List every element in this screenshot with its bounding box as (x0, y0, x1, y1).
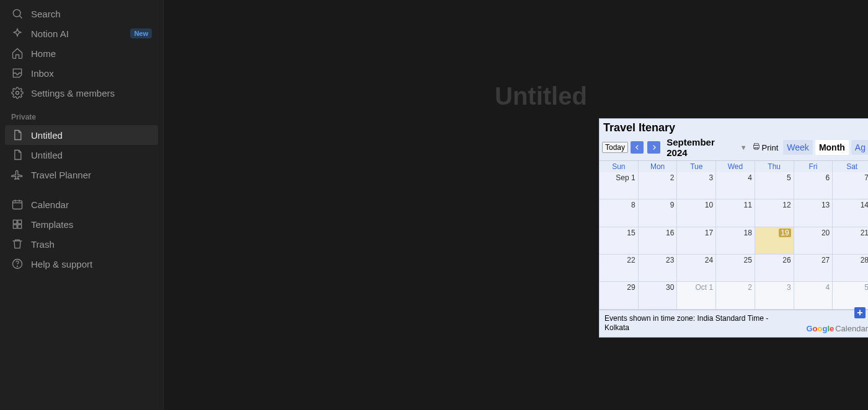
page-icon (11, 149, 24, 161)
day-number: 25 (743, 256, 751, 264)
svg-rect-13 (754, 143, 758, 145)
sidebar-page-item[interactable]: Travel Planner (5, 165, 158, 185)
day-number: 4 (826, 283, 830, 292)
day-cell[interactable]: Oct 1 (677, 282, 716, 309)
day-cell[interactable]: 8 (600, 199, 639, 227)
calendar-grid: SunMonTueWedThuFriSat Sep 12345678910111… (600, 160, 868, 310)
print-button[interactable]: Print (752, 142, 779, 153)
day-cell[interactable]: 28 (833, 255, 868, 282)
day-number: 14 (861, 201, 868, 209)
sidebar-help[interactable]: Help & support (5, 254, 158, 274)
next-month-button[interactable] (647, 141, 660, 154)
day-cell[interactable]: 19 (755, 227, 794, 255)
day-cell[interactable]: 5 (833, 282, 868, 309)
day-number: 24 (705, 256, 713, 264)
day-number: 3 (709, 173, 713, 182)
day-cell[interactable]: 22 (600, 255, 639, 282)
day-cell[interactable]: 11 (716, 199, 755, 227)
sidebar-page-label: Travel Planner (31, 170, 152, 180)
day-cell[interactable]: 5 (755, 172, 794, 199)
day-cell[interactable]: 2 (716, 282, 755, 309)
sidebar-page-item[interactable]: Untitled (5, 125, 158, 145)
day-cell[interactable]: 29 (600, 282, 639, 309)
day-cell[interactable]: 7 (833, 172, 868, 199)
day-cell[interactable]: 3 (755, 282, 794, 309)
day-number: 7 (864, 173, 868, 182)
day-cell[interactable]: 17 (677, 227, 716, 255)
timezone-text: Events shown in time zone: India Standar… (604, 314, 784, 333)
home-icon (11, 47, 24, 59)
month-label: September 2024 (666, 137, 735, 158)
day-cell[interactable]: 12 (755, 199, 794, 227)
prev-month-button[interactable] (631, 141, 644, 154)
sidebar-calendar[interactable]: Calendar (5, 194, 158, 214)
day-number: 3 (787, 283, 791, 292)
day-number: 19 (779, 229, 790, 237)
sidebar-notion-ai[interactable]: Notion AI New (5, 24, 158, 43)
day-cell[interactable]: 13 (794, 199, 833, 227)
google-calendar-brand[interactable]: Google Calendar (806, 324, 868, 333)
view-tab-agenda[interactable]: Ag (851, 140, 868, 155)
sidebar-page-item[interactable]: Untitled (5, 145, 158, 165)
day-cell[interactable]: 2 (639, 172, 678, 199)
today-button[interactable]: Today (602, 142, 628, 153)
day-cell[interactable]: 23 (639, 255, 678, 282)
day-cell[interactable]: 21 (833, 227, 868, 255)
svg-rect-3 (13, 201, 22, 209)
day-cell[interactable]: Sep 1 (600, 172, 639, 199)
search-icon (11, 7, 24, 20)
day-number: 18 (743, 229, 751, 237)
svg-line-1 (20, 16, 22, 19)
page-title[interactable]: Untitled (495, 82, 587, 110)
view-tab-week[interactable]: Week (783, 140, 813, 155)
trash-icon (11, 238, 24, 250)
svg-point-12 (17, 266, 18, 267)
view-tab-month[interactable]: Month (815, 140, 849, 155)
svg-rect-15 (755, 147, 758, 150)
sidebar: Search Notion AI New Home Inbox Settings… (0, 0, 164, 410)
day-cell[interactable]: 25 (716, 255, 755, 282)
sidebar-inbox[interactable]: Inbox (5, 63, 158, 83)
day-number: 28 (861, 256, 868, 264)
view-tabs: Week Month Ag (783, 140, 868, 155)
svg-point-2 (16, 92, 19, 95)
add-event-button[interactable]: + (854, 307, 866, 318)
day-cell[interactable]: 27 (794, 255, 833, 282)
day-cell[interactable]: 16 (639, 227, 678, 255)
day-cell[interactable]: 26 (755, 255, 794, 282)
day-cell[interactable]: 20 (794, 227, 833, 255)
month-dropdown-caret[interactable]: ▼ (740, 144, 747, 151)
sidebar-search[interactable]: Search (5, 4, 158, 24)
day-cell[interactable]: 9 (639, 199, 678, 227)
calendar-title: Travel Itenary (600, 119, 868, 134)
day-cell[interactable]: 15 (600, 227, 639, 255)
new-badge: New (130, 28, 152, 38)
day-number: 9 (670, 201, 675, 209)
day-number: 17 (705, 229, 713, 237)
day-cell[interactable]: 10 (677, 199, 716, 227)
sidebar-trash[interactable]: Trash (5, 234, 158, 254)
day-cell[interactable]: 6 (794, 172, 833, 199)
dow-cell: Wed (716, 161, 755, 172)
calendar-toolbar: Today September 2024 ▼ Print Week Month … (600, 134, 868, 160)
day-cell[interactable]: 30 (639, 282, 678, 309)
sidebar-settings[interactable]: Settings & members (5, 83, 158, 103)
plane-icon (11, 168, 24, 181)
day-number: 4 (748, 173, 752, 182)
sidebar-home[interactable]: Home (5, 43, 158, 63)
calendar-icon (11, 198, 24, 211)
day-cell[interactable]: 24 (677, 255, 716, 282)
day-cell[interactable]: 14 (833, 199, 868, 227)
day-cell[interactable]: 18 (716, 227, 755, 255)
sidebar-page-label: Untitled (31, 150, 152, 160)
day-number: 12 (782, 201, 790, 209)
sidebar-section-private: Private (5, 103, 158, 125)
help-icon (11, 258, 24, 270)
day-number: 2 (670, 173, 675, 182)
day-number: 26 (782, 256, 790, 264)
day-cell[interactable]: 3 (677, 172, 716, 199)
day-cell[interactable]: 4 (716, 172, 755, 199)
sidebar-home-label: Home (31, 48, 152, 59)
day-cell[interactable]: 4 (794, 282, 833, 309)
sidebar-templates[interactable]: Templates (5, 214, 158, 234)
